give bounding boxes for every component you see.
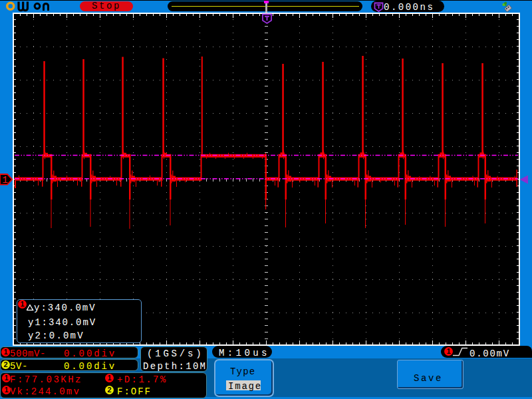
svg-text:1: 1 <box>2 175 8 186</box>
